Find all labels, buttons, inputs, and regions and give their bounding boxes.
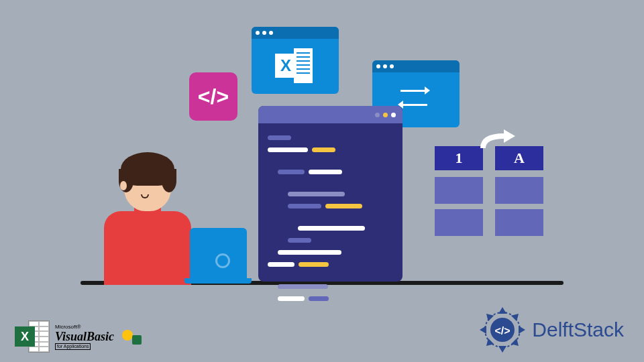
delftstack-logo: </> DelftStack: [478, 306, 624, 354]
window-titlebar: [372, 60, 460, 72]
refresh-icon: [400, 86, 431, 110]
vba-decoration-icon: [122, 330, 146, 345]
table-conversion: 1 A: [435, 146, 562, 241]
excel-app-icon: X: [15, 320, 50, 354]
table-cell: [435, 177, 483, 204]
svg-text:</>: </>: [495, 325, 511, 337]
vba-label: Microsoft® VisualBasic for Applications: [55, 324, 114, 350]
excel-window: X: [252, 27, 339, 94]
power-icon: [215, 253, 230, 268]
window-titlebar: [252, 27, 339, 39]
delftstack-badge-icon: </>: [478, 306, 527, 354]
editor-titlebar: [258, 106, 402, 123]
excel-vba-logo: X Microsoft® VisualBasic for Application…: [15, 320, 146, 354]
table-cell: [435, 209, 483, 236]
laptop-illustration: [184, 228, 252, 282]
code-tag-icon: </>: [189, 72, 237, 121]
code-editor: [258, 106, 402, 282]
table-cell: [495, 177, 543, 204]
conversion-arrow-icon: [474, 129, 521, 151]
table-cell: [495, 209, 543, 236]
delftstack-name: DelftStack: [532, 318, 624, 341]
excel-icon: X: [275, 48, 315, 85]
code-content: [258, 123, 402, 330]
